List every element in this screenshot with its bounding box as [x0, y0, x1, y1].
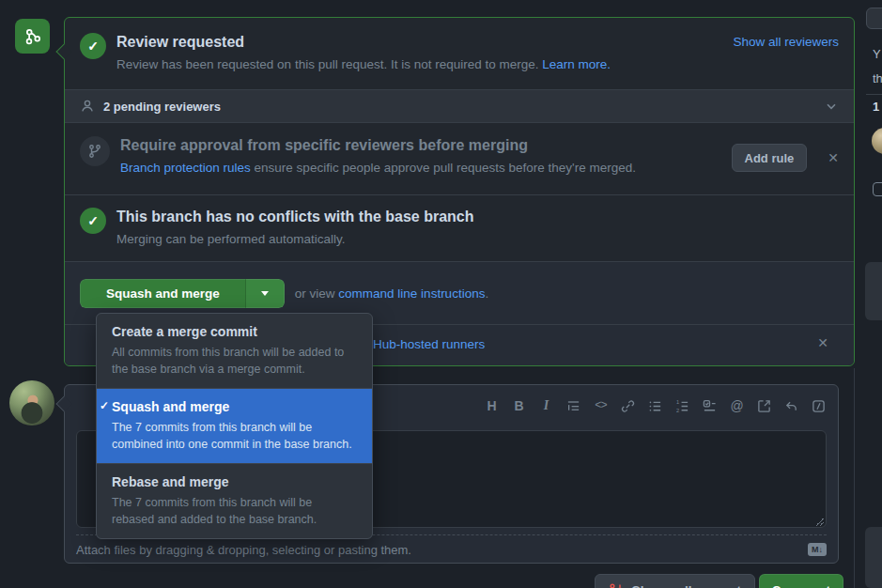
- merge-method-dropdown: Create a merge commit All commits from t…: [96, 313, 373, 539]
- squash-and-merge-button[interactable]: Squash and merge: [80, 279, 245, 308]
- dismiss-protection-icon[interactable]: ✕: [828, 151, 839, 164]
- check-icon: ✓: [80, 33, 106, 59]
- dismiss-runners-icon[interactable]: ✕: [817, 336, 828, 349]
- merge-option-title: Squash and merge: [112, 398, 357, 416]
- pending-reviewers-label: 2 pending reviewers: [103, 100, 221, 114]
- review-requested-title: Review requested: [116, 33, 611, 52]
- link-icon[interactable]: [618, 395, 638, 417]
- quote-icon[interactable]: [564, 395, 583, 417]
- no-conflicts-title: This branch has no conflicts with the ba…: [116, 208, 474, 226]
- chevron-down-icon[interactable]: [824, 99, 839, 114]
- git-commit-icon: [23, 27, 42, 46]
- cross-reference-icon[interactable]: [754, 395, 774, 417]
- git-branch-icon: [80, 136, 110, 166]
- merge-commit-badge: [15, 19, 50, 54]
- check-glyph: ✓: [87, 213, 99, 228]
- column-divider: [854, 368, 855, 588]
- review-requested-body: Review requested Review has been request…: [116, 33, 611, 74]
- sidebar-fragment-count: 1: [873, 100, 879, 114]
- cli-instructions-link[interactable]: command line instructions: [338, 286, 485, 301]
- merge-split-button: Squash and merge: [80, 279, 285, 308]
- merge-option-title: Rebase and merge: [112, 473, 357, 491]
- close-pull-request-button[interactable]: Close pull request: [595, 574, 755, 588]
- branch-protection-description: Branch protection rules ensure specific …: [120, 160, 636, 176]
- branch-protection-section: Require approval from specific reviewers…: [65, 123, 854, 195]
- pending-reviewers-row[interactable]: 2 pending reviewers: [65, 89, 854, 123]
- check-icon: ✓: [100, 399, 109, 412]
- merge-option-rebase[interactable]: Rebase and merge The 7 commits from this…: [97, 463, 372, 538]
- comment-button-label: Comment: [772, 583, 830, 588]
- pr-closed-icon: [609, 582, 624, 588]
- ordered-list-icon[interactable]: 1 2: [673, 395, 692, 417]
- svg-text:2: 2: [676, 407, 679, 412]
- branch-protection-rules-link[interactable]: Branch protection rules: [120, 161, 251, 175]
- slash-commands-icon[interactable]: [809, 395, 828, 417]
- close-pull-request-label: Close pull request: [631, 583, 741, 588]
- sidebar-fragment-block: [865, 527, 882, 588]
- code-icon[interactable]: <>: [591, 395, 611, 417]
- merge-option-description: The 7 commits from this branch will be c…: [112, 419, 357, 453]
- sidebar-fragment-text: Y: [873, 47, 881, 61]
- caret-down-icon: [261, 291, 269, 296]
- branch-protection-title: Require approval from specific reviewers…: [120, 136, 636, 155]
- markdown-supported-icon[interactable]: M↓: [808, 543, 827, 556]
- heading-icon[interactable]: H: [482, 395, 502, 417]
- check-glyph: ✓: [87, 39, 99, 54]
- bold-icon[interactable]: B: [509, 395, 529, 417]
- merge-option-description: All commits from this branch will be add…: [112, 344, 357, 378]
- attach-files-hint: Attach files by dragging & dropping, sel…: [76, 543, 411, 557]
- merge-option-description: The 7 commits from this branch will be r…: [112, 494, 357, 528]
- merge-option-create-commit[interactable]: Create a merge commit All commits from t…: [97, 314, 372, 388]
- mention-icon[interactable]: @: [727, 395, 747, 417]
- svg-text:1: 1: [676, 399, 679, 405]
- person-icon: [80, 99, 95, 114]
- check-icon: ✓: [80, 208, 106, 234]
- resize-grip[interactable]: [814, 517, 824, 526]
- review-requested-description: Review has been requested on this pull r…: [116, 56, 611, 72]
- merge-options-toggle[interactable]: [245, 279, 285, 308]
- pr-merge-screen: ✓ Review requested Review has been reque…: [0, 0, 882, 588]
- branch-protection-controls: Add rule ✕: [732, 144, 839, 172]
- branch-protection-body: Require approval from specific reviewers…: [120, 136, 636, 179]
- sidebar-fragment-text: th: [873, 71, 882, 85]
- merge-option-title: Create a merge commit: [112, 323, 357, 341]
- comment-button[interactable]: Comment: [759, 574, 843, 588]
- no-conflicts-section: ✓ This branch has no conflicts with the …: [65, 195, 854, 262]
- merge-option-squash[interactable]: ✓ Squash and merge The 7 commits from th…: [97, 388, 372, 463]
- sidebar-fragment-block: [865, 262, 882, 320]
- sidebar-fragment-box: [866, 8, 882, 29]
- no-conflicts-body: This branch has no conflicts with the ba…: [116, 208, 474, 246]
- review-requested-section: ✓ Review requested Review has been reque…: [65, 18, 854, 89]
- reply-icon[interactable]: [781, 395, 801, 417]
- sidebar-fragment-divider: [866, 94, 882, 95]
- show-all-reviewers-link[interactable]: Show all reviewers: [733, 35, 839, 49]
- learn-more-link[interactable]: Learn more.: [542, 57, 611, 71]
- italic-icon[interactable]: I: [536, 395, 556, 417]
- add-rule-button[interactable]: Add rule: [732, 144, 808, 172]
- sidebar-fragment-icon: [873, 182, 882, 196]
- hosted-runners-link[interactable]: Hub-hosted runners: [373, 337, 485, 351]
- cli-instructions-text: or view command line instructions.: [295, 286, 488, 301]
- user-avatar[interactable]: [9, 380, 54, 426]
- task-list-icon[interactable]: [700, 395, 720, 417]
- sidebar-avatar: [872, 128, 882, 154]
- no-conflicts-description: Merging can be performed automatically.: [116, 231, 474, 247]
- unordered-list-icon[interactable]: [645, 395, 665, 417]
